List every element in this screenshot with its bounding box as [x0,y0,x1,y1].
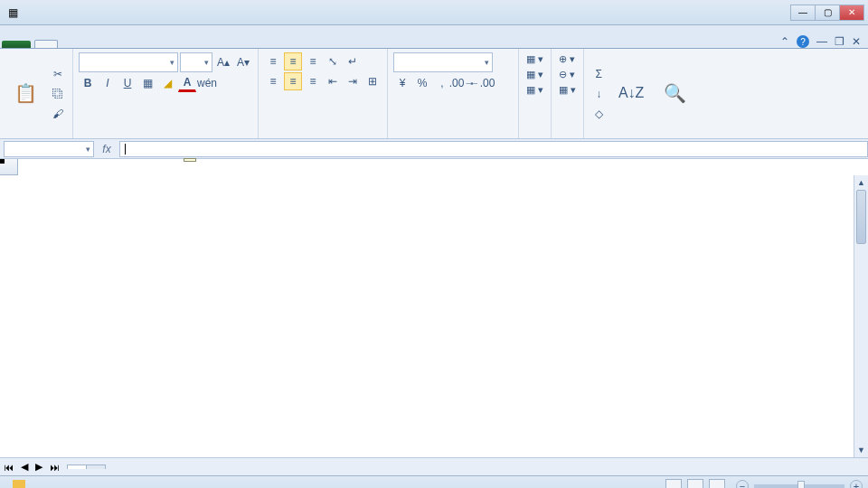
window-controls: — ▢ ✕ [791,5,864,21]
cell-styles-button[interactable]: ▦ ▾ [524,83,545,97]
orientation-button[interactable]: ⤡ [324,52,342,70]
paste-icon: 📋 [11,79,40,108]
tab-layout[interactable] [80,41,101,48]
tab-review[interactable] [145,41,166,48]
undo-button[interactable] [43,4,61,22]
dec-decimal-button[interactable]: ←.00 [473,74,491,92]
align-top-button[interactable]: ≡ [264,52,282,70]
indent-dec-button[interactable]: ⇤ [324,72,342,90]
align-center-button[interactable]: ≡ [284,72,302,90]
redo-button[interactable] [83,4,101,22]
select-all-corner[interactable] [0,159,18,175]
sheet-tabs: ⏮ ◀ ▶ ⏭ [0,457,868,475]
close-button[interactable]: ✕ [839,5,864,21]
tab-data[interactable] [123,41,145,48]
minimize-button[interactable]: — [790,5,816,21]
tab-home[interactable] [34,40,58,48]
align-middle-button[interactable]: ≡ [284,52,302,70]
tab-insert[interactable] [58,41,80,48]
phonetic-button[interactable]: wén [198,74,216,92]
ribbon-tabs: ⌃ ? — ❐ ✕ [0,25,868,49]
group-number: ¥ % , .00→ ←.00 [388,49,519,138]
view-layout-button[interactable] [687,479,703,489]
tab-view[interactable] [166,41,188,48]
save-button[interactable] [24,4,42,22]
maximize-button[interactable]: ▢ [815,5,840,21]
wrap-text-button[interactable]: ↵ [344,52,362,70]
quick-access-toolbar: ▦ [4,4,121,22]
tab-formulas[interactable] [101,41,123,48]
qat-dd[interactable] [103,4,121,22]
view-pagebreak-button[interactable] [709,479,725,489]
number-format-select[interactable] [393,52,493,72]
align-right-button[interactable]: ≡ [304,72,322,90]
formula-bar-row: fx [0,139,868,159]
percent-button[interactable]: % [413,74,431,92]
tab-file[interactable] [2,41,31,48]
sheet-tab-1[interactable] [67,465,87,469]
sheet-nav-next[interactable]: ▶ [32,461,46,473]
sort-icon: A↓Z [617,79,646,108]
doc-minimize-icon[interactable]: — [816,35,827,48]
border-button[interactable]: ▦ [138,74,156,92]
clear-button[interactable]: ◇ [590,105,608,123]
help-icon[interactable]: ? [797,35,809,48]
align-bottom-button[interactable]: ≡ [304,52,322,70]
fill-color-button[interactable]: ◢ [158,74,176,92]
underline-button[interactable]: U [118,74,137,92]
group-styles: ▦ ▾ ▦ ▾ ▦ ▾ [519,49,552,138]
sheet-tab-2[interactable] [86,465,106,469]
insert-cells-button[interactable]: ⊕ ▾ [557,52,577,66]
delete-cells-button[interactable]: ⊖ ▾ [557,68,577,81]
sheet-nav-prev[interactable]: ◀ [17,461,32,473]
excel-icon[interactable]: ▦ [4,4,22,22]
doc-close-icon[interactable]: ✕ [852,35,861,48]
zoom-out-button[interactable]: − [736,480,749,489]
fill-button[interactable]: ↓ [590,85,608,103]
align-left-button[interactable]: ≡ [264,72,282,90]
format-as-table-button[interactable]: ▦ ▾ [524,68,545,81]
view-normal-button[interactable] [665,479,682,489]
title-bar: ▦ — ▢ ✕ [0,0,868,25]
copy-button[interactable]: ⿻ [49,85,67,103]
font-color-button[interactable]: A [178,74,196,92]
group-editing-label [590,135,694,136]
italic-button[interactable]: I [99,74,117,92]
worksheet-area: ▲ ▼ [0,159,868,457]
formula-bar[interactable] [119,141,868,157]
sort-filter-button[interactable]: A↓Z [611,77,651,111]
shrink-font-button[interactable]: A▾ [234,53,252,71]
grow-font-button[interactable]: A▴ [214,53,232,71]
paste-button[interactable]: 📋 [5,77,45,111]
merge-button[interactable]: ⊞ [363,72,382,90]
undo-dd[interactable] [63,4,81,22]
scroll-down-icon[interactable]: ▼ [854,443,868,457]
doc-restore-icon[interactable]: ❐ [835,35,844,48]
format-cells-button[interactable]: ▦ ▾ [557,83,578,97]
minimize-ribbon-icon[interactable]: ⌃ [780,35,789,48]
indent-inc-button[interactable]: ⇥ [344,72,362,90]
autosum-button[interactable]: Σ [590,65,608,83]
group-font: A▴ A▾ B I U ▦ ◢ A wén [73,49,259,138]
name-box[interactable] [4,141,94,157]
zoom-in-button[interactable]: + [850,480,863,489]
bold-button[interactable]: B [79,74,97,92]
font-name-select[interactable] [79,52,178,72]
sheet-nav-first[interactable]: ⏮ [0,462,17,473]
vertical-scrollbar[interactable]: ▲ ▼ [854,175,868,457]
conditional-format-button[interactable]: ▦ ▾ [524,52,545,66]
format-painter-button[interactable]: 🖌 [49,105,67,123]
macro-icon[interactable] [13,480,25,489]
scroll-thumb[interactable] [856,190,866,244]
fx-icon[interactable]: fx [98,143,116,155]
group-cells-label [557,135,578,136]
scroll-up-icon[interactable]: ▲ [854,175,868,190]
currency-button[interactable]: ¥ [393,74,411,92]
group-cells: ⊕ ▾ ⊖ ▾ ▦ ▾ [552,49,584,138]
font-size-select[interactable] [180,52,212,72]
sheet-nav-last[interactable]: ⏭ [46,462,63,473]
find-select-button[interactable]: 🔍 [655,77,694,111]
zoom-slider-thumb[interactable] [797,481,805,489]
cut-button[interactable]: ✂ [49,65,67,83]
zoom-slider[interactable] [754,484,844,488]
